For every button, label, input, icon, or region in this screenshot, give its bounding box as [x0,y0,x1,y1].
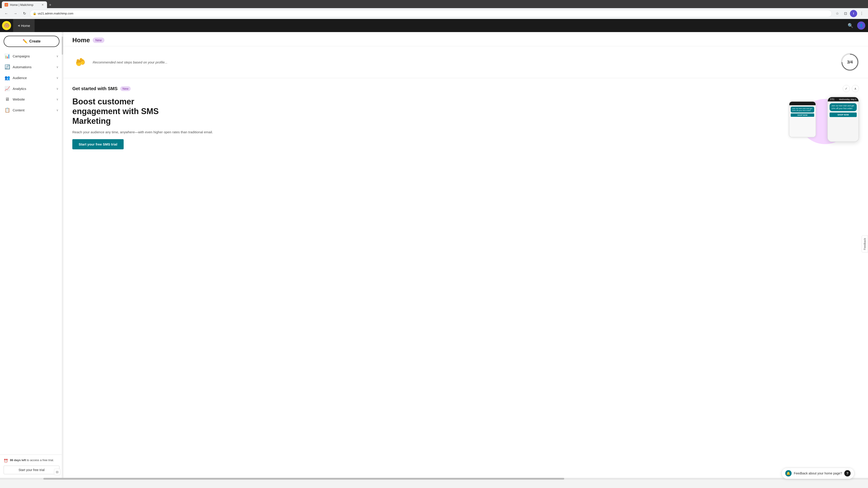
trial-icon: ⏰ [4,459,8,463]
sms-badge: New [120,86,131,91]
sidebar-item-content[interactable]: 📋 Content ∨ [0,105,63,116]
tab-close-button[interactable]: ✕ [41,3,44,6]
trial-info: ⏰ 86 days left to access a free trial. [4,458,59,463]
sms-illustration: Join our text club and get 10% off your … [786,97,859,147]
user-avatar[interactable]: 👤 [857,22,865,30]
horizontal-scrollbar[interactable] [0,478,868,480]
sidebar-item-campaigns[interactable]: 📊 Campaigns ∨ [0,51,63,61]
profile-avatar[interactable]: I [850,10,857,17]
sidebar-collapse-button[interactable]: ⊟ [54,469,60,475]
home-tab-label: Home [21,24,30,28]
sidebar: ✏️ Create 📊 Campaigns ∨ 🔄 Automations ∨ … [0,32,63,478]
phone-content: Join our text club and get 10% off your … [828,101,859,141]
sms-cta-button[interactable]: Start your free SMS trial [72,139,124,149]
sms-content: Boost customer engagement with SMS Marke… [72,97,859,149]
feedback-side-tab[interactable]: Feedback [862,236,868,253]
free-trial-button[interactable]: Start your free trial [4,466,59,474]
extension-button[interactable]: ⊡ [842,10,849,17]
pencil-icon: ✏️ [23,39,28,44]
sidebar-bottom: ⏰ 86 days left to access a free trial. S… [0,455,63,478]
audience-icon: 👥 [4,75,10,80]
lock-icon: 🔒 [33,12,36,15]
tab-favicon: 🐵 [4,3,8,6]
app-header: 🐵 ◀ Home 🔍 👤 [0,19,868,32]
audience-label: Audience [13,76,54,80]
horizontal-scrollbar-thumb [43,478,564,480]
sidebar-item-website[interactable]: 🖥 Website ∨ [0,94,63,105]
phone-mockup-primary: 3:51 Wednesday, May 5 Join our text club… [827,97,859,142]
automations-chevron: ∨ [56,65,59,69]
content-chevron: ∨ [56,108,59,112]
audience-chevron: ∨ [56,76,59,79]
forward-button[interactable]: → [12,10,19,17]
help-icon: ? [846,471,848,475]
campaigns-chevron: ∨ [56,55,59,58]
sidebar-scrollbar[interactable] [62,32,63,478]
active-tab[interactable]: 🐵 Home | Mailchimp ✕ [2,1,47,8]
page-title: Home [72,37,90,44]
new-tab-button[interactable]: + [47,2,53,8]
phone-mockup-secondary: Join our text club and get 10% off your … [789,101,816,137]
progress-text: 3/4 [847,60,852,65]
phone-message-bubble: Join our text club and get 10% off your … [830,103,857,111]
phone-time: 3:51 [830,98,834,101]
sidebar-item-analytics[interactable]: 📈 Analytics ∨ [0,83,63,94]
sidebar-item-automations[interactable]: 🔄 Automations ∨ [0,61,63,72]
sms-section: Get started with SMS New ✓ ∧ Boost custo… [63,78,868,156]
automations-icon: 🔄 [4,64,10,70]
address-bar[interactable]: 🔒 us21.admin.mailchimp.com [30,10,832,17]
campaigns-label: Campaigns [13,54,54,58]
app-body: ✏️ Create 📊 Campaigns ∨ 🔄 Automations ∨ … [0,32,868,478]
sms-controls: ✓ ∧ [843,85,859,92]
more-options-button[interactable]: ⋮ [858,10,865,17]
automations-label: Automations [13,65,54,69]
steps-illustration: 🤲 [72,54,88,70]
page-new-badge: New [93,37,104,43]
home-tab-arrow: ◀ [18,24,20,27]
website-chevron: ∨ [56,98,59,101]
steps-description: Recommended next steps based on your pro… [93,60,167,64]
campaigns-icon: 📊 [4,53,10,59]
website-label: Website [13,97,54,101]
analytics-label: Analytics [13,87,54,91]
content-icon: 📋 [4,107,10,113]
nav-right: ☆ ⊡ I ⋮ [834,10,865,17]
feedback-notification-icon: 🔔 [785,470,792,477]
main-content: Home New 🤲 Recommended next steps based … [63,32,868,478]
sms-check-button[interactable]: ✓ [843,85,850,92]
page-header: Home New [63,32,868,46]
create-button[interactable]: ✏️ Create [4,36,59,47]
feedback-text: Feedback about your home page? [794,471,842,475]
header-right: 🔍 👤 [846,22,868,30]
steps-section: 🤲 Recommended next steps based on your p… [63,46,868,78]
sidebar-item-audience[interactable]: 👥 Audience ∨ [0,72,63,83]
sms-description: Reach your audience any time, anywhere—w… [72,130,778,135]
content-label: Content [13,108,54,112]
search-button[interactable]: 🔍 [846,22,855,30]
mailchimp-logo[interactable]: 🐵 [0,19,13,32]
trial-text: 86 days left to access a free trial. [10,458,54,462]
tab-title: Home | Mailchimp [10,3,33,6]
trial-days: 86 days left [10,458,26,462]
progress-circle: 3/4 [841,53,859,71]
analytics-icon: 📈 [4,86,10,91]
home-nav-tab[interactable]: ◀ Home [13,19,35,32]
url-text: us21.admin.mailchimp.com [38,12,73,15]
phone-date: Wednesday, May 5 [839,98,856,101]
sms-header: Get started with SMS New ✓ ∧ [72,85,859,92]
hands-icon: 🤲 [74,56,87,68]
phone-cta-button: SHOP NOW [830,112,857,117]
sidebar-scrollbar-thumb [62,37,63,55]
reload-button[interactable]: ↻ [21,10,28,17]
create-button-label: Create [29,39,41,43]
back-button[interactable]: ← [3,10,10,17]
help-button[interactable]: ? [844,470,850,477]
monkey-icon: 🐵 [2,21,11,30]
nav-bar: ← → ↻ 🔒 us21.admin.mailchimp.com ☆ ⊡ I ⋮ [0,8,868,19]
sms-heading: Boost customer engagement with SMS Marke… [72,97,778,126]
sms-collapse-button[interactable]: ∧ [852,85,859,92]
tab-bar: 🐵 Home | Mailchimp ✕ + [0,0,868,8]
star-button[interactable]: ☆ [834,10,841,17]
phone-status-bar: 3:51 Wednesday, May 5 [828,97,859,101]
sms-title: Get started with SMS [72,86,118,91]
